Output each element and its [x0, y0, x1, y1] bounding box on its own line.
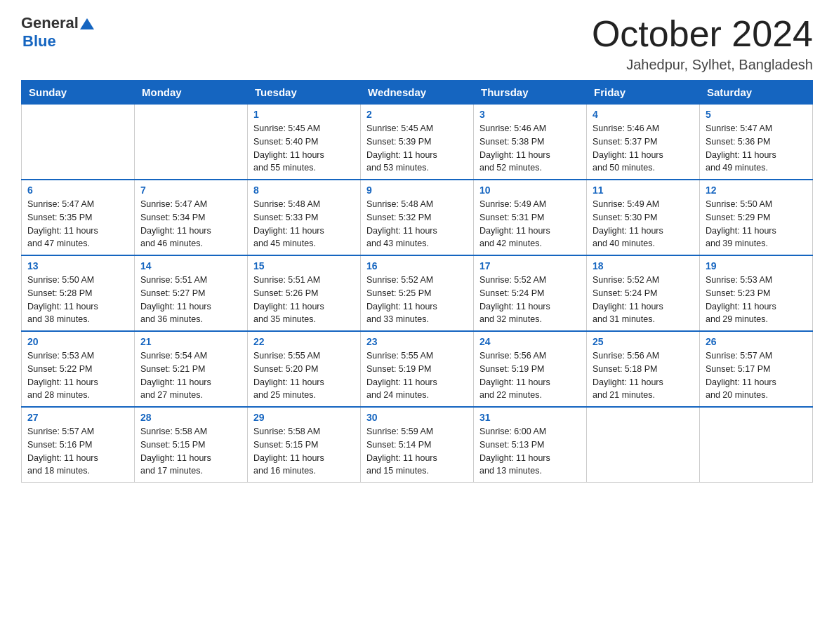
calendar-cell: 5Sunrise: 5:47 AM Sunset: 5:36 PM Daylig…	[700, 105, 813, 180]
day-info: Sunrise: 5:51 AM Sunset: 5:27 PM Dayligh…	[140, 274, 241, 326]
day-info: Sunrise: 5:57 AM Sunset: 5:17 PM Dayligh…	[706, 349, 807, 402]
day-info: Sunrise: 5:58 AM Sunset: 5:15 PM Dayligh…	[140, 425, 241, 478]
calendar-cell: 20Sunrise: 5:53 AM Sunset: 5:22 PM Dayli…	[22, 331, 135, 407]
day-number: 12	[706, 185, 807, 196]
calendar-cell	[587, 407, 700, 483]
calendar-cell: 21Sunrise: 5:54 AM Sunset: 5:21 PM Dayli…	[135, 331, 248, 407]
title-area: October 2024 Jahedpur, Sylhet, Banglades…	[592, 14, 813, 73]
calendar-cell: 3Sunrise: 5:46 AM Sunset: 5:38 PM Daylig…	[474, 105, 587, 180]
day-info: Sunrise: 5:45 AM Sunset: 5:39 PM Dayligh…	[366, 122, 468, 175]
logo: General Blue	[21, 14, 95, 51]
calendar-cell: 26Sunrise: 5:57 AM Sunset: 5:17 PM Dayli…	[700, 331, 813, 407]
calendar-cell: 23Sunrise: 5:55 AM Sunset: 5:19 PM Dayli…	[361, 331, 474, 407]
logo-triangle-icon	[79, 16, 95, 32]
calendar-cell: 30Sunrise: 5:59 AM Sunset: 5:14 PM Dayli…	[361, 407, 474, 483]
day-info: Sunrise: 5:47 AM Sunset: 5:35 PM Dayligh…	[27, 198, 128, 250]
calendar-cell: 25Sunrise: 5:56 AM Sunset: 5:18 PM Dayli…	[587, 331, 700, 407]
calendar-cell: 11Sunrise: 5:49 AM Sunset: 5:30 PM Dayli…	[587, 180, 700, 255]
day-info: Sunrise: 5:46 AM Sunset: 5:37 PM Dayligh…	[593, 122, 694, 175]
calendar-cell	[700, 407, 813, 483]
calendar-table: SundayMondayTuesdayWednesdayThursdayFrid…	[21, 80, 813, 483]
calendar-cell: 27Sunrise: 5:57 AM Sunset: 5:16 PM Dayli…	[22, 407, 135, 483]
day-number: 7	[140, 185, 241, 196]
day-info: Sunrise: 5:46 AM Sunset: 5:38 PM Dayligh…	[479, 122, 581, 175]
calendar-cell	[22, 105, 135, 180]
calendar-week-row: 27Sunrise: 5:57 AM Sunset: 5:16 PM Dayli…	[22, 407, 813, 483]
day-number: 30	[366, 412, 468, 423]
calendar-cell: 24Sunrise: 5:56 AM Sunset: 5:19 PM Dayli…	[474, 331, 587, 407]
calendar-week-row: 6Sunrise: 5:47 AM Sunset: 5:35 PM Daylig…	[22, 180, 813, 255]
location-title: Jahedpur, Sylhet, Bangladesh	[592, 57, 813, 73]
day-info: Sunrise: 5:48 AM Sunset: 5:33 PM Dayligh…	[253, 198, 355, 250]
calendar-cell: 15Sunrise: 5:51 AM Sunset: 5:26 PM Dayli…	[248, 255, 361, 331]
calendar-cell: 4Sunrise: 5:46 AM Sunset: 5:37 PM Daylig…	[587, 105, 700, 180]
day-info: Sunrise: 5:52 AM Sunset: 5:24 PM Dayligh…	[479, 274, 581, 326]
day-info: Sunrise: 6:00 AM Sunset: 5:13 PM Dayligh…	[479, 425, 581, 478]
day-number: 10	[479, 185, 581, 196]
day-number: 19	[706, 260, 807, 271]
day-number: 17	[479, 260, 581, 271]
day-info: Sunrise: 5:59 AM Sunset: 5:14 PM Dayligh…	[366, 425, 468, 478]
day-info: Sunrise: 5:49 AM Sunset: 5:30 PM Dayligh…	[593, 198, 694, 250]
day-number: 11	[593, 185, 694, 196]
day-number: 22	[253, 336, 355, 347]
calendar-week-row: 1Sunrise: 5:45 AM Sunset: 5:40 PM Daylig…	[22, 105, 813, 180]
day-number: 31	[479, 412, 581, 423]
day-number: 13	[27, 260, 128, 271]
day-number: 21	[140, 336, 241, 347]
day-number: 15	[253, 260, 355, 271]
day-number: 20	[27, 336, 128, 347]
calendar-header-tuesday: Tuesday	[248, 81, 361, 105]
day-info: Sunrise: 5:47 AM Sunset: 5:34 PM Dayligh…	[140, 198, 241, 250]
day-info: Sunrise: 5:58 AM Sunset: 5:15 PM Dayligh…	[253, 425, 355, 478]
day-info: Sunrise: 5:52 AM Sunset: 5:24 PM Dayligh…	[593, 274, 694, 326]
day-number: 16	[366, 260, 468, 271]
calendar-cell: 6Sunrise: 5:47 AM Sunset: 5:35 PM Daylig…	[22, 180, 135, 255]
logo-general-text: General	[21, 14, 79, 32]
day-number: 25	[593, 336, 694, 347]
day-info: Sunrise: 5:47 AM Sunset: 5:36 PM Dayligh…	[706, 122, 807, 175]
calendar-cell: 9Sunrise: 5:48 AM Sunset: 5:32 PM Daylig…	[361, 180, 474, 255]
day-info: Sunrise: 5:50 AM Sunset: 5:28 PM Dayligh…	[27, 274, 128, 326]
day-number: 27	[27, 412, 128, 423]
calendar-header-friday: Friday	[587, 81, 700, 105]
day-number: 4	[593, 109, 694, 120]
day-number: 28	[140, 412, 241, 423]
month-title: October 2024	[592, 14, 813, 54]
calendar-header-row: SundayMondayTuesdayWednesdayThursdayFrid…	[22, 81, 813, 105]
day-info: Sunrise: 5:56 AM Sunset: 5:19 PM Dayligh…	[479, 349, 581, 402]
calendar-cell: 16Sunrise: 5:52 AM Sunset: 5:25 PM Dayli…	[361, 255, 474, 331]
day-number: 29	[253, 412, 355, 423]
day-info: Sunrise: 5:45 AM Sunset: 5:40 PM Dayligh…	[253, 122, 355, 175]
calendar-header-saturday: Saturday	[700, 81, 813, 105]
day-info: Sunrise: 5:53 AM Sunset: 5:22 PM Dayligh…	[27, 349, 128, 402]
page-header: General Blue October 2024 Jahedpur, Sylh…	[21, 14, 813, 73]
calendar-header-wednesday: Wednesday	[361, 81, 474, 105]
day-number: 14	[140, 260, 241, 271]
day-info: Sunrise: 5:48 AM Sunset: 5:32 PM Dayligh…	[366, 198, 468, 250]
day-number: 26	[706, 336, 807, 347]
calendar-header-thursday: Thursday	[474, 81, 587, 105]
day-number: 3	[479, 109, 581, 120]
day-info: Sunrise: 5:54 AM Sunset: 5:21 PM Dayligh…	[140, 349, 241, 402]
calendar-cell: 31Sunrise: 6:00 AM Sunset: 5:13 PM Dayli…	[474, 407, 587, 483]
day-number: 2	[366, 109, 468, 120]
day-number: 5	[706, 109, 807, 120]
day-info: Sunrise: 5:52 AM Sunset: 5:25 PM Dayligh…	[366, 274, 468, 326]
calendar-week-row: 13Sunrise: 5:50 AM Sunset: 5:28 PM Dayli…	[22, 255, 813, 331]
day-number: 8	[253, 185, 355, 196]
day-info: Sunrise: 5:51 AM Sunset: 5:26 PM Dayligh…	[253, 274, 355, 326]
day-info: Sunrise: 5:57 AM Sunset: 5:16 PM Dayligh…	[27, 425, 128, 478]
calendar-cell: 10Sunrise: 5:49 AM Sunset: 5:31 PM Dayli…	[474, 180, 587, 255]
day-number: 23	[366, 336, 468, 347]
calendar-week-row: 20Sunrise: 5:53 AM Sunset: 5:22 PM Dayli…	[22, 331, 813, 407]
logo-blue-text: Blue	[22, 32, 56, 51]
calendar-cell: 14Sunrise: 5:51 AM Sunset: 5:27 PM Dayli…	[135, 255, 248, 331]
calendar-cell: 22Sunrise: 5:55 AM Sunset: 5:20 PM Dayli…	[248, 331, 361, 407]
calendar-cell: 28Sunrise: 5:58 AM Sunset: 5:15 PM Dayli…	[135, 407, 248, 483]
calendar-cell: 19Sunrise: 5:53 AM Sunset: 5:23 PM Dayli…	[700, 255, 813, 331]
calendar-cell: 1Sunrise: 5:45 AM Sunset: 5:40 PM Daylig…	[248, 105, 361, 180]
day-info: Sunrise: 5:50 AM Sunset: 5:29 PM Dayligh…	[706, 198, 807, 250]
calendar-header-sunday: Sunday	[22, 81, 135, 105]
day-number: 1	[253, 109, 355, 120]
